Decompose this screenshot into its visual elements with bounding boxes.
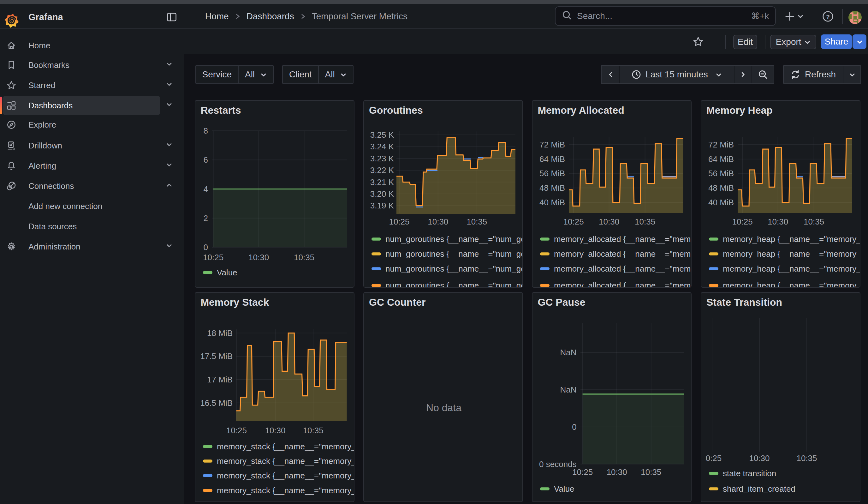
svg-text:memory_stack {__name__="memory: memory_stack {__name__="memory_stack"	[217, 471, 354, 480]
svg-text:16.5 MiB: 16.5 MiB	[200, 398, 233, 408]
svg-text:memory_heap {__name__="memory_: memory_heap {__name__="memory_heap"	[723, 234, 860, 244]
svg-text:8: 8	[204, 126, 208, 135]
svg-text:num_goroutines {__name__="num_: num_goroutines {__name__="num_goroutines…	[385, 281, 523, 287]
svg-text:10:30: 10:30	[265, 426, 286, 435]
svg-text:10:35: 10:35	[796, 453, 817, 463]
svg-text:shard_item_created: shard_item_created	[723, 484, 795, 494]
svg-text:3.25 K: 3.25 K	[370, 130, 394, 140]
svg-text:10:25: 10:25	[732, 217, 753, 226]
svg-text:2: 2	[204, 214, 208, 223]
svg-text:56 MiB: 56 MiB	[539, 169, 565, 178]
svg-text:memory_heap {__name__="memory_: memory_heap {__name__="memory_heap"	[723, 249, 860, 259]
svg-text:0: 0	[572, 422, 577, 432]
svg-text:40 MiB: 40 MiB	[708, 198, 734, 207]
svg-text:10:30: 10:30	[428, 217, 448, 226]
svg-text:memory_allocated {__name__="me: memory_allocated {__name__="memory_alloc…	[554, 234, 691, 244]
svg-text:10:30: 10:30	[607, 467, 627, 477]
svg-text:56 MiB: 56 MiB	[708, 169, 734, 178]
svg-text:No data: No data	[426, 402, 462, 413]
svg-text:10:25: 10:25	[572, 467, 593, 477]
svg-text:10:35: 10:35	[303, 426, 323, 435]
svg-text:3.23 K: 3.23 K	[370, 154, 394, 163]
svg-text:40 MiB: 40 MiB	[539, 198, 565, 207]
svg-text:17 MiB: 17 MiB	[207, 375, 232, 384]
svg-text:num_goroutines {__name__="num_: num_goroutines {__name__="num_goroutines…	[385, 234, 523, 244]
svg-text:4: 4	[204, 184, 208, 194]
svg-text:memory_allocated {__name__="me: memory_allocated {__name__="memory_alloc…	[554, 264, 691, 274]
svg-text:10:25: 10:25	[226, 426, 247, 435]
svg-text:72 MiB: 72 MiB	[539, 140, 565, 150]
svg-text:num_goroutines {__name__="num_: num_goroutines {__name__="num_goroutines…	[385, 249, 523, 259]
svg-text:48 MiB: 48 MiB	[708, 183, 734, 193]
svg-text:10:35: 10:35	[804, 217, 824, 226]
svg-text:10:25: 10:25	[564, 217, 584, 226]
svg-text:memory_allocated {__name__="me: memory_allocated {__name__="memory_alloc…	[554, 249, 691, 259]
svg-text:10:30: 10:30	[768, 217, 788, 226]
svg-text:?: ?	[826, 13, 830, 20]
svg-text:3.22 K: 3.22 K	[370, 165, 394, 175]
svg-text:num_goroutines {__name__="num_: num_goroutines {__name__="num_goroutines…	[385, 264, 523, 274]
svg-text:0 seconds: 0 seconds	[539, 460, 577, 469]
svg-text:state transition: state transition	[723, 469, 776, 478]
svg-text:3.20 K: 3.20 K	[370, 189, 394, 199]
svg-text:64 MiB: 64 MiB	[539, 154, 565, 164]
svg-text:Value: Value	[554, 484, 575, 494]
svg-text:NaN: NaN	[560, 385, 577, 394]
svg-text:NaN: NaN	[560, 348, 577, 357]
svg-text:Value: Value	[217, 268, 237, 277]
svg-text:10:35: 10:35	[641, 467, 662, 477]
svg-text:3.19 K: 3.19 K	[370, 201, 394, 210]
svg-text:10:35: 10:35	[635, 217, 655, 226]
svg-text:3.24 K: 3.24 K	[370, 142, 394, 151]
svg-text:10:30: 10:30	[749, 453, 769, 463]
svg-text:memory_stack {__name__="memory: memory_stack {__name__="memory_stack"	[217, 456, 354, 466]
svg-text:memory_stack {__name__="memory: memory_stack {__name__="memory_stack"	[217, 442, 354, 451]
svg-text:10:30: 10:30	[248, 253, 269, 262]
svg-text:72 MiB: 72 MiB	[708, 140, 734, 150]
svg-text:17.5 MiB: 17.5 MiB	[200, 351, 233, 361]
svg-text:memory_allocated {__name__="me: memory_allocated {__name__="memory_alloc…	[554, 281, 691, 287]
svg-text:10:35: 10:35	[466, 217, 487, 226]
svg-text:0: 0	[204, 243, 208, 252]
svg-text:6: 6	[204, 155, 208, 165]
svg-text:memory_stack {__name__="memory: memory_stack {__name__="memory_stack"	[217, 486, 354, 495]
svg-text:3.21 K: 3.21 K	[370, 177, 394, 187]
svg-text:64 MiB: 64 MiB	[708, 154, 734, 164]
svg-text:10:25: 10:25	[389, 217, 410, 226]
svg-text:memory_heap {__name__="memory_: memory_heap {__name__="memory_heap"	[723, 264, 860, 274]
svg-text:10:30: 10:30	[599, 217, 619, 226]
svg-text:0:25: 0:25	[706, 453, 722, 463]
svg-text:10:35: 10:35	[294, 253, 314, 262]
svg-text:10:25: 10:25	[203, 253, 224, 262]
svg-text:memory_heap {__name__="memory_: memory_heap {__name__="memory_heap"	[723, 281, 860, 287]
svg-text:48 MiB: 48 MiB	[539, 183, 565, 193]
svg-text:18 MiB: 18 MiB	[207, 328, 232, 338]
